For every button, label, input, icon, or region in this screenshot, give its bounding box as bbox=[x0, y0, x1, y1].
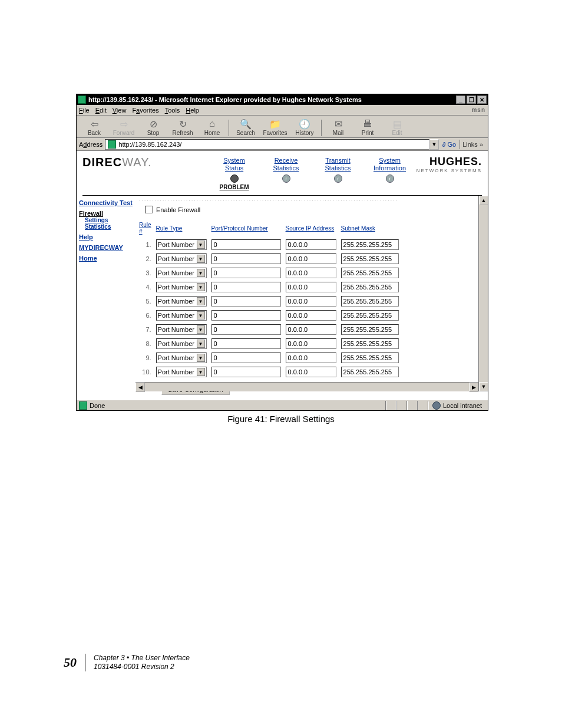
menu-file[interactable]: File bbox=[79, 107, 90, 114]
nav-transmit-statistics[interactable]: TransmitStatistics i bbox=[320, 157, 356, 190]
subnet-mask-input[interactable]: 255.255.255.255 bbox=[341, 367, 399, 377]
rule-type-select[interactable]: Port Number▼ bbox=[156, 324, 207, 335]
nav-system-information[interactable]: SystemInformation i bbox=[372, 157, 408, 190]
menu-tools[interactable]: Tools bbox=[165, 107, 180, 114]
forward-button[interactable]: ⇨Forward bbox=[110, 118, 138, 136]
menu-edit[interactable]: Edit bbox=[95, 107, 107, 114]
port-input[interactable]: 0 bbox=[211, 310, 281, 321]
vertical-scrollbar[interactable]: ▲ ▼ bbox=[478, 196, 488, 391]
port-input[interactable]: 0 bbox=[211, 338, 281, 349]
sidebar-help[interactable]: Help bbox=[79, 233, 133, 241]
source-ip-input[interactable]: 0.0.0.0 bbox=[286, 239, 336, 250]
subnet-mask-input[interactable]: 255.255.255.255 bbox=[341, 310, 399, 321]
sidebar-home[interactable]: Home bbox=[79, 255, 133, 262]
sidebar-mydirecway[interactable]: MYDIRECWAY bbox=[79, 244, 133, 251]
menu-favorites[interactable]: Favorites bbox=[132, 107, 158, 114]
minimize-button[interactable]: _ bbox=[456, 95, 465, 104]
table-row: 9.Port Number▼00.0.0.0255.255.255.255 bbox=[139, 353, 404, 363]
port-input[interactable]: 0 bbox=[211, 353, 281, 363]
rule-type-select[interactable]: Port Number▼ bbox=[156, 253, 207, 264]
subnet-mask-input[interactable]: 255.255.255.255 bbox=[341, 353, 399, 363]
source-ip-input[interactable]: 0.0.0.0 bbox=[286, 296, 336, 307]
table-row: 6.Port Number▼00.0.0.0255.255.255.255 bbox=[139, 310, 404, 321]
rule-type-select[interactable]: Port Number▼ bbox=[156, 268, 207, 278]
rule-type-select[interactable]: Port Number▼ bbox=[156, 353, 207, 363]
back-button[interactable]: ⇦Back bbox=[80, 118, 108, 136]
scroll-right-button[interactable]: ▶ bbox=[469, 383, 478, 392]
print-button[interactable]: 🖶Print bbox=[353, 118, 382, 136]
port-input[interactable]: 0 bbox=[211, 282, 281, 292]
rule-type-select[interactable]: Port Number▼ bbox=[156, 239, 207, 250]
menu-help[interactable]: Help bbox=[186, 107, 199, 114]
close-button[interactable]: ✕ bbox=[477, 95, 487, 104]
source-ip-input[interactable]: 0.0.0.0 bbox=[286, 310, 336, 321]
subnet-mask-input[interactable]: 255.255.255.255 bbox=[341, 268, 399, 278]
print-icon: 🖶 bbox=[362, 118, 373, 130]
sidebar-firewall[interactable]: Firewall bbox=[79, 210, 103, 217]
col-rule-type[interactable]: Rule Type bbox=[156, 222, 211, 236]
port-input[interactable]: 0 bbox=[211, 239, 281, 250]
port-input[interactable]: 0 bbox=[211, 296, 281, 307]
address-label: Address bbox=[79, 141, 103, 148]
subnet-mask-input[interactable]: 255.255.255.255 bbox=[341, 324, 399, 335]
home-button[interactable]: ⌂Home bbox=[198, 118, 226, 136]
col-subnet[interactable]: Subnet Mask bbox=[341, 222, 404, 236]
maximize-button[interactable]: ❐ bbox=[467, 95, 476, 104]
subnet-mask-input[interactable]: 255.255.255.255 bbox=[341, 282, 399, 292]
scroll-down-button[interactable]: ▼ bbox=[479, 382, 488, 391]
col-source-ip[interactable]: Source IP Address bbox=[286, 222, 341, 236]
enable-firewall-checkbox[interactable] bbox=[145, 206, 153, 213]
sidebar-connectivity-test[interactable]: Connectivity Test bbox=[79, 199, 133, 206]
mail-button[interactable]: ✉Mail bbox=[324, 118, 352, 136]
edit-icon: ▤ bbox=[391, 118, 403, 130]
window-titlebar: http://139.85.162.243/ - Microsoft Inter… bbox=[77, 94, 488, 105]
security-zone: Local intranet bbox=[428, 401, 485, 410]
port-input[interactable]: 0 bbox=[211, 324, 281, 335]
col-port[interactable]: Port/Protocol Number bbox=[211, 222, 286, 236]
favorites-button[interactable]: 📁Favorites bbox=[261, 118, 289, 136]
source-ip-input[interactable]: 0.0.0.0 bbox=[286, 353, 336, 363]
source-ip-input[interactable]: 0.0.0.0 bbox=[286, 282, 336, 292]
menu-view[interactable]: View bbox=[113, 107, 127, 114]
port-input[interactable]: 0 bbox=[211, 253, 281, 264]
source-ip-input[interactable]: 0.0.0.0 bbox=[286, 268, 336, 278]
rule-type-select[interactable]: Port Number▼ bbox=[156, 296, 207, 307]
page-footer: 50 Chapter 3 • The User Interface 103148… bbox=[64, 654, 190, 671]
search-button[interactable]: 🔍Search bbox=[232, 118, 260, 136]
rule-type-select[interactable]: Port Number▼ bbox=[156, 282, 207, 292]
scroll-left-button[interactable]: ◀ bbox=[135, 383, 145, 392]
rule-type-select[interactable]: Port Number▼ bbox=[156, 367, 207, 377]
scroll-up-button[interactable]: ▲ bbox=[479, 196, 488, 205]
rule-type-select[interactable]: Port Number▼ bbox=[156, 338, 207, 349]
source-ip-input[interactable]: 0.0.0.0 bbox=[286, 338, 336, 349]
enable-firewall-label: Enable Firewall bbox=[156, 206, 200, 213]
info-icon: i bbox=[334, 174, 342, 183]
history-button[interactable]: 🕘History bbox=[290, 118, 319, 136]
address-bar: Address http://139.85.162.243/ ▼ ∂ Go Li… bbox=[77, 138, 488, 151]
footer-divider bbox=[85, 654, 85, 671]
edit-button[interactable]: ▤Edit bbox=[383, 118, 411, 136]
subnet-mask-input[interactable]: 255.255.255.255 bbox=[341, 338, 399, 349]
subnet-mask-input[interactable]: 255.255.255.255 bbox=[341, 296, 399, 307]
go-button[interactable]: ∂ Go bbox=[442, 141, 456, 148]
source-ip-input[interactable]: 0.0.0.0 bbox=[286, 324, 336, 335]
source-ip-input[interactable]: 0.0.0.0 bbox=[286, 253, 336, 264]
sidebar-firewall-statistics[interactable]: Statistics bbox=[85, 223, 133, 230]
sidebar-firewall-settings[interactable]: Settings bbox=[85, 217, 133, 223]
horizontal-scrollbar[interactable]: ◀ ▶ bbox=[135, 382, 478, 391]
port-input[interactable]: 0 bbox=[211, 268, 281, 278]
subnet-mask-input[interactable]: 255.255.255.255 bbox=[341, 253, 399, 264]
subnet-mask-input[interactable]: 255.255.255.255 bbox=[341, 239, 399, 250]
address-input[interactable]: http://139.85.162.243/ bbox=[105, 139, 429, 150]
nav-system-status[interactable]: SystemStatus PROBLEM bbox=[217, 157, 252, 190]
address-dropdown-button[interactable]: ▼ bbox=[429, 139, 439, 150]
rule-number: 8. bbox=[139, 338, 156, 349]
refresh-button[interactable]: ↻Refresh bbox=[168, 118, 197, 136]
links-button[interactable]: Links » bbox=[460, 141, 485, 148]
col-rule-num[interactable]: Rule # bbox=[139, 222, 156, 236]
port-input[interactable]: 0 bbox=[211, 367, 281, 377]
source-ip-input[interactable]: 0.0.0.0 bbox=[286, 367, 336, 377]
nav-receive-statistics[interactable]: ReceiveStatistics i bbox=[269, 157, 304, 190]
rule-type-select[interactable]: Port Number▼ bbox=[156, 310, 207, 321]
stop-button[interactable]: ⊘Stop bbox=[139, 118, 167, 136]
